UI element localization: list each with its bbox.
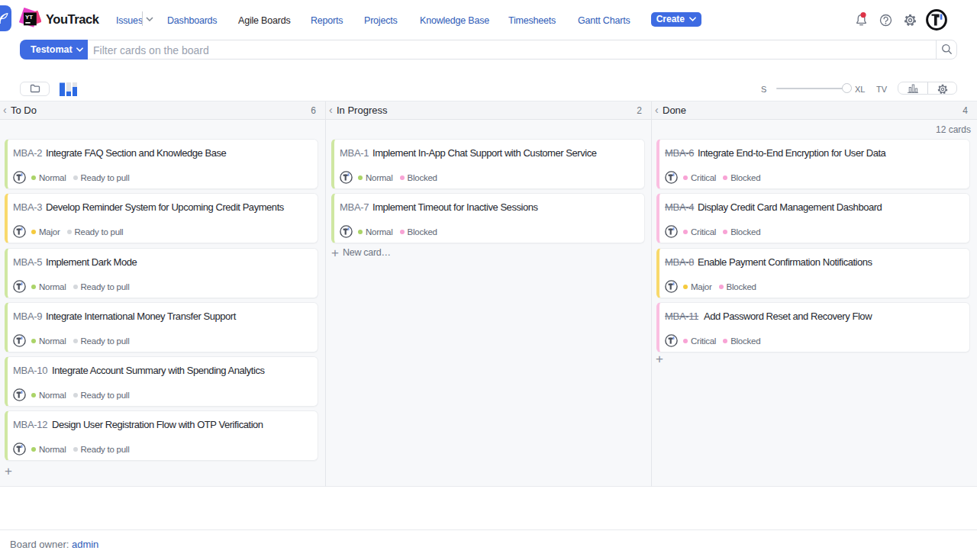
svg-text:YT: YT	[25, 14, 33, 21]
